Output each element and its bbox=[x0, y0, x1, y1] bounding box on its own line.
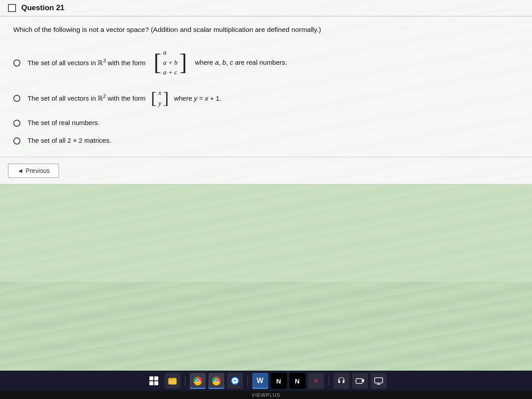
bracket-left-1: [ bbox=[154, 51, 161, 74]
question-body: Which of the following is not a vector s… bbox=[0, 16, 532, 157]
matrix-2-cell-2: y bbox=[158, 99, 161, 108]
option-1-row[interactable]: The set of all vectors in ℝ3 with the fo… bbox=[13, 47, 519, 78]
radio-opt4[interactable] bbox=[13, 137, 20, 145]
x-symbol: ✕ bbox=[313, 377, 319, 385]
bracket-left-2: [ bbox=[151, 90, 157, 106]
matrix-1-cell-3: a + c bbox=[163, 68, 177, 77]
matrix-1-cell-1: a bbox=[163, 48, 167, 57]
option-1-text-after: where a, b, c are real numbers. bbox=[195, 59, 287, 66]
previous-label: Previous bbox=[26, 167, 50, 174]
svg-rect-8 bbox=[356, 379, 362, 383]
option-3-text: The set of real numbers. bbox=[27, 119, 100, 126]
word-letter: W bbox=[257, 377, 263, 385]
radio-opt2[interactable] bbox=[13, 95, 20, 102]
question-checkbox[interactable] bbox=[8, 4, 16, 12]
options-list: The set of all vectors in ℝ3 with the fo… bbox=[13, 47, 519, 144]
matrix-2: [ x y ] bbox=[151, 87, 169, 109]
chrome-icon-2[interactable] bbox=[208, 373, 224, 389]
windows-start-button[interactable] bbox=[146, 373, 162, 389]
taskbar-sep-1 bbox=[185, 376, 185, 386]
option-3-content: The set of real numbers. bbox=[27, 119, 100, 126]
notion-icon-1[interactable]: N bbox=[271, 373, 287, 389]
taskbar-sep-2 bbox=[247, 376, 248, 386]
camera-icon[interactable] bbox=[352, 373, 368, 389]
word-icon[interactable]: W bbox=[252, 373, 268, 389]
option-1-content: The set of all vectors in ℝ3 with the fo… bbox=[27, 47, 287, 78]
notion-icon-2[interactable]: N bbox=[289, 373, 305, 389]
question-text: Which of the following is not a vector s… bbox=[13, 24, 519, 35]
nav-area: ◄ Previous bbox=[0, 157, 532, 184]
close-x-icon[interactable]: ✕ bbox=[308, 373, 324, 389]
option-2-text-before: The set of all vectors in ℝ2 with the fo… bbox=[27, 94, 146, 102]
option-2-row[interactable]: The set of all vectors in ℝ2 with the fo… bbox=[13, 87, 519, 109]
empty-space bbox=[0, 184, 532, 282]
option-1-text-before: The set of all vectors in ℝ3 with the fo… bbox=[27, 58, 146, 67]
radio-opt3[interactable] bbox=[13, 120, 20, 127]
option-2-content: The set of all vectors in ℝ2 with the fo… bbox=[27, 87, 221, 109]
chrome-icon-1[interactable] bbox=[190, 373, 206, 389]
brand-label: VIEWPLUS bbox=[252, 392, 281, 398]
messenger-icon[interactable] bbox=[227, 373, 243, 389]
windows-grid-icon bbox=[149, 376, 158, 385]
taskbar-sep-3 bbox=[329, 376, 329, 386]
option-2-text-after: where y = x + 1. bbox=[174, 94, 222, 102]
radio-opt1[interactable] bbox=[13, 59, 20, 66]
matrix-1-cells: a a + b a + c bbox=[161, 47, 180, 78]
notion-letter-2: N bbox=[295, 377, 300, 385]
taskbar-icons-row: W N N ✕ bbox=[0, 371, 532, 391]
bracket-right-2: ] bbox=[163, 90, 169, 106]
matrix-1: [ a a + b a + c ] bbox=[154, 47, 187, 78]
taskbar-brand: VIEWPLUS bbox=[0, 391, 532, 399]
file-explorer-icon[interactable] bbox=[164, 373, 180, 389]
matrix-2-cells: x y bbox=[156, 87, 163, 109]
prev-arrow-icon: ◄ bbox=[17, 167, 23, 174]
screen-icon[interactable] bbox=[371, 373, 387, 389]
option-3-row[interactable]: The set of real numbers. bbox=[13, 119, 519, 127]
svg-rect-9 bbox=[375, 378, 383, 383]
question-header: Question 21 bbox=[0, 0, 532, 16]
taskbar: W N N ✕ bbox=[0, 371, 532, 399]
question-title: Question 21 bbox=[21, 4, 64, 12]
previous-button[interactable]: ◄ Previous bbox=[8, 164, 59, 178]
notion-letter-1: N bbox=[276, 377, 281, 385]
matrix-2-cell-1: x bbox=[158, 88, 161, 97]
option-4-content: The set of all 2 × 2 matrices. bbox=[27, 137, 111, 144]
svg-point-6 bbox=[215, 380, 217, 382]
bracket-right-1: ] bbox=[180, 51, 187, 74]
matrix-1-cell-2: a + b bbox=[163, 58, 178, 67]
headset-icon[interactable] bbox=[333, 373, 349, 389]
option-4-row[interactable]: The set of all 2 × 2 matrices. bbox=[13, 137, 519, 145]
option-4-text: The set of all 2 × 2 matrices. bbox=[27, 137, 111, 144]
svg-point-3 bbox=[196, 380, 199, 382]
